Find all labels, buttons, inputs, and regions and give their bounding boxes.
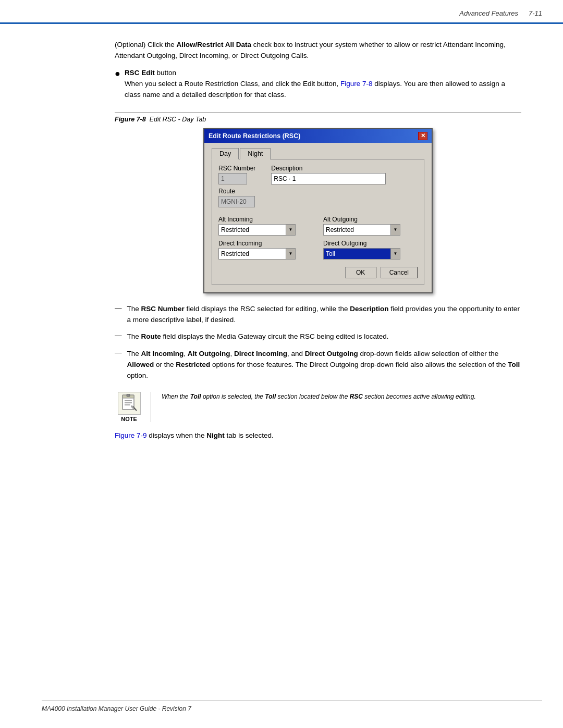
alt-outgoing-value: Restricted	[324, 225, 390, 235]
note-divider	[151, 392, 151, 422]
fig79-paragraph: Figure 7-9 displays when the Night tab i…	[115, 430, 521, 441]
svg-rect-5	[127, 394, 130, 397]
figure-7-8-link[interactable]: Figure 7-8	[340, 80, 373, 88]
bullet-text: RSC Edit button When you select a Route …	[125, 68, 521, 101]
note-text: When the Toll option is selected, the To…	[162, 392, 521, 401]
direct-outgoing-value: Toll	[324, 249, 390, 259]
header-bar: Advanced Features 7-11	[0, 0, 563, 24]
dash-sym-2: —	[115, 331, 122, 339]
figure-label: Figure 7-8 Edit RSC - Day Tab	[115, 112, 521, 123]
night-bold: Night	[206, 431, 225, 439]
dialog-close-button[interactable]: ✕	[418, 132, 427, 140]
alt-incoming-select[interactable]: Restricted ▼	[218, 224, 296, 236]
bullet-item: ● RSC Edit button When you select a Rout…	[115, 68, 521, 101]
form-area: RSC Number Description Route	[212, 159, 424, 285]
figure-caption: Figure 7-8 Edit RSC - Day Tab	[115, 116, 206, 123]
header-title: Advanced Features	[459, 9, 518, 17]
rsc-edit-label: RSC Edit	[125, 69, 155, 77]
dash-sym-1: —	[115, 304, 122, 312]
dialog-body: Day Night RSC Number Description	[204, 143, 432, 292]
dash-text-3: The Alt Incoming, Alt Outgoing, Direct I…	[127, 349, 522, 381]
direct-incoming-select[interactable]: Restricted ▼	[218, 248, 296, 260]
main-content: (Optional) Click the Allow/Restrict All …	[0, 24, 563, 468]
desc-col: Description	[271, 165, 418, 184]
alt-incoming-col: Alt Incoming Restricted ▼	[218, 216, 313, 236]
dialog-wrapper: Edit Route Restrictions (RSC) ✕ Day Nigh…	[115, 128, 521, 293]
alt-outgoing-label: Alt Outgoing	[323, 216, 418, 223]
direct-outgoing-select[interactable]: Toll ▼	[323, 248, 400, 260]
cancel-button[interactable]: Cancel	[381, 267, 418, 278]
figure-7-9-link[interactable]: Figure 7-9	[115, 431, 147, 439]
footer-text: MA4000 Installation Manager User Guide -…	[42, 705, 191, 712]
alt-outgoing-dropdown-arrow[interactable]: ▼	[390, 225, 400, 235]
rsc-number-label: RSC Number	[218, 165, 255, 172]
dash-sym-3: —	[115, 349, 122, 356]
alt-outgoing-select[interactable]: Restricted ▼	[323, 224, 400, 236]
dash-item-1: — The RSC Number field displays the RSC …	[115, 304, 521, 326]
alt-incoming-label: Alt Incoming	[218, 216, 313, 223]
direct-row: Direct Incoming Restricted ▼ Direct Outg…	[218, 240, 418, 260]
route-label: Route	[218, 188, 418, 195]
header-page-num: 7-11	[529, 9, 542, 17]
dialog-box: Edit Route Restrictions (RSC) ✕ Day Nigh…	[203, 128, 433, 293]
intro-paragraph: (Optional) Click the Allow/Restrict All …	[115, 40, 521, 61]
tab-row: Day Night	[212, 148, 424, 159]
description-label: Description	[271, 165, 418, 172]
direct-incoming-value: Restricted	[219, 249, 286, 259]
note-icon-area: NOTE	[115, 392, 143, 422]
dash-text-1: The RSC Number field displays the RSC se…	[127, 304, 522, 326]
route-row: Route	[218, 188, 418, 207]
rsc-number-col: RSC Number	[218, 165, 255, 184]
direct-outgoing-col: Direct Outgoing Toll ▼	[323, 240, 418, 260]
dialog-btn-row: OK Cancel	[218, 267, 418, 278]
footer: MA4000 Installation Manager User Guide -…	[42, 700, 542, 712]
bullet-dot: ●	[115, 68, 120, 80]
note-box: NOTE When the Toll option is selected, t…	[115, 392, 521, 422]
dialog-title-text: Edit Route Restrictions (RSC)	[209, 132, 300, 140]
dash-text-2: The Route field displays the Media Gatew…	[127, 331, 389, 342]
tab-night[interactable]: Night	[240, 148, 271, 159]
note-icon-img	[118, 392, 141, 415]
page-container: Advanced Features 7-11 (Optional) Click …	[0, 0, 563, 728]
note-label: NOTE	[115, 416, 143, 422]
alt-incoming-dropdown-arrow[interactable]: ▼	[286, 225, 295, 235]
direct-outgoing-dropdown-arrow[interactable]: ▼	[390, 249, 400, 259]
notepad-icon	[120, 394, 139, 413]
dash-item-2: — The Route field displays the Media Gat…	[115, 331, 521, 342]
alt-row: Alt Incoming Restricted ▼ Alt Outgoing R…	[218, 216, 418, 236]
alt-incoming-value: Restricted	[219, 225, 286, 235]
intro-text-pre: (Optional) Click the	[115, 41, 177, 48]
direct-incoming-col: Direct Incoming Restricted ▼	[218, 240, 313, 260]
alt-outgoing-col: Alt Outgoing Restricted ▼	[323, 216, 418, 236]
direct-incoming-label: Direct Incoming	[218, 240, 313, 247]
rsc-desc-row: RSC Number Description	[218, 165, 418, 184]
bullet-desc: When you select a Route Restriction Clas…	[125, 80, 505, 98]
ok-button[interactable]: OK	[345, 267, 376, 278]
dialog-titlebar: Edit Route Restrictions (RSC) ✕	[204, 129, 432, 143]
route-input	[218, 196, 255, 207]
direct-outgoing-label: Direct Outgoing	[323, 240, 418, 247]
rsc-number-input	[218, 173, 247, 184]
direct-incoming-dropdown-arrow[interactable]: ▼	[286, 249, 295, 259]
dash-list: — The RSC Number field displays the RSC …	[115, 304, 521, 382]
dash-item-3: — The Alt Incoming, Alt Outgoing, Direct…	[115, 349, 521, 381]
description-input[interactable]	[271, 173, 386, 184]
tab-day[interactable]: Day	[212, 148, 239, 159]
intro-bold: Allow/Restrict All Data	[177, 41, 252, 48]
